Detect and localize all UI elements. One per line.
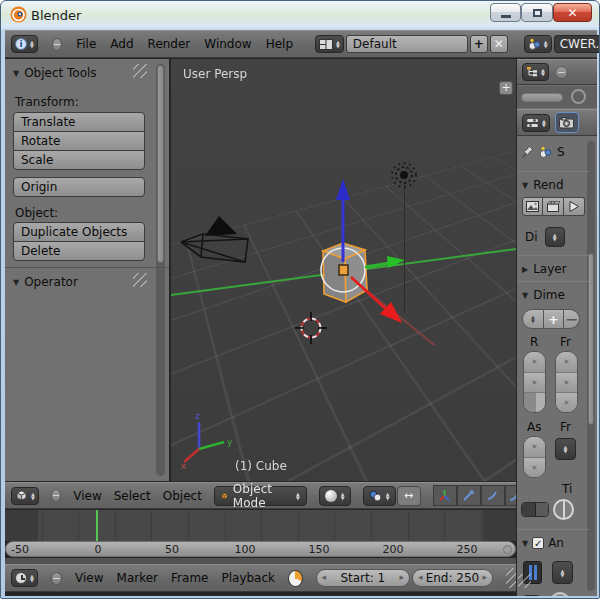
manipulator-extra-icon[interactable]	[505, 485, 516, 506]
menu-playback[interactable]: Playback	[221, 571, 275, 585]
time-remap-fields[interactable]	[521, 502, 549, 517]
delete-button[interactable]: Delete	[13, 241, 145, 261]
manipulator-rotate-icon[interactable]	[457, 485, 481, 506]
increment-icon[interactable]: ▸	[482, 572, 487, 582]
remove-preset-button[interactable]: −	[564, 309, 580, 329]
editor-type-properties-button[interactable]	[522, 114, 550, 132]
menu-view[interactable]: View	[75, 571, 103, 585]
timeline-ruler-scrollbar[interactable]: -50 0 50 100 150 200 250	[5, 541, 516, 557]
cursor-3d[interactable]	[295, 312, 327, 344]
scale-button[interactable]: Scale	[13, 150, 145, 170]
decrement-icon[interactable]: ◂	[322, 572, 327, 582]
menu-marker[interactable]: Marker	[117, 571, 158, 585]
origin-button[interactable]: Origin	[13, 177, 145, 197]
slider-cell[interactable]: ✕	[524, 437, 545, 457]
manipulator-scale-icon[interactable]	[481, 485, 505, 506]
editor-type-timeline-button[interactable]	[11, 569, 38, 587]
render-animation-button[interactable]	[543, 197, 564, 216]
collapse-menus-icon[interactable]: −	[51, 489, 61, 502]
editor-type-info-button[interactable]: i	[11, 35, 38, 53]
outliner-hscrollbar[interactable]	[521, 93, 563, 102]
slider-cell[interactable]: ✕	[524, 352, 545, 372]
editor-type-outliner-button[interactable]	[522, 63, 549, 81]
framerate-select[interactable]	[555, 438, 576, 460]
slider-cell[interactable]	[524, 392, 545, 412]
playhead[interactable]	[96, 510, 98, 541]
render-panel-header[interactable]: ▼ Rend	[522, 178, 564, 192]
slider-cell[interactable]: ✕	[556, 372, 577, 392]
menu-view[interactable]: View	[73, 489, 101, 503]
outliner-strip[interactable]	[517, 86, 597, 108]
viewport-3d[interactable]: z y x User Persp (1) Cube +	[171, 59, 516, 481]
slider-cell[interactable]: ✕	[524, 372, 545, 392]
layout-name-field[interactable]: Default	[346, 35, 468, 53]
aa-filter-select[interactable]	[552, 561, 573, 584]
properties-scrollbar[interactable]	[587, 141, 595, 591]
menu-render[interactable]: Render	[148, 37, 191, 51]
time-clock-icon[interactable]	[288, 570, 303, 587]
header-corner-grip[interactable]	[506, 568, 516, 588]
manipulator-toggle-icon[interactable]: ↔	[397, 486, 421, 506]
translate-button[interactable]: Translate	[13, 112, 145, 132]
mode-select[interactable]: Object Mode	[214, 486, 307, 506]
framerange-sliders[interactable]: ✕ ✕ ✕	[555, 351, 578, 413]
properties-scrollbar-thumb[interactable]	[588, 253, 594, 425]
restore-button[interactable]	[521, 3, 553, 22]
aa-size-knob[interactable]: ✕	[550, 592, 570, 596]
menu-object[interactable]: Object	[163, 489, 202, 503]
panel-drag-grip[interactable]	[133, 273, 147, 287]
display-select[interactable]	[545, 227, 565, 247]
play-button[interactable]	[564, 197, 585, 216]
camera-object[interactable]	[181, 216, 248, 262]
presets-select[interactable]	[522, 309, 544, 329]
expand-region-button[interactable]: +	[499, 81, 513, 95]
menu-select[interactable]: Select	[114, 489, 151, 503]
decrement-icon[interactable]: ◂	[418, 572, 423, 582]
slider-cell[interactable]: ✕	[556, 392, 577, 412]
pie-circle-widget[interactable]	[553, 499, 574, 520]
render-tab-button[interactable]	[555, 112, 579, 133]
end-frame-field[interactable]: ◂ End: 250 ▸	[412, 569, 493, 587]
antialiasing-checkbox[interactable]: ✓	[532, 537, 544, 549]
aspect-sliders[interactable]: ✕ ✕	[523, 436, 546, 478]
pivot-select[interactable]	[363, 486, 396, 506]
operator-panel-header[interactable]: ▼ Operator	[13, 275, 78, 289]
object-tools-panel-header[interactable]: ▼ Object Tools	[13, 66, 97, 80]
duplicate-objects-button[interactable]: Duplicate Objects	[13, 222, 145, 242]
dimensions-panel-header[interactable]: ▼ Dime	[522, 288, 565, 302]
delete-layout-button[interactable]: ✕	[490, 35, 508, 53]
manipulator-translate-icon[interactable]	[433, 485, 457, 506]
shading-select[interactable]	[319, 486, 351, 506]
collapse-menus-icon[interactable]: −	[555, 66, 568, 79]
menu-help[interactable]: Help	[266, 37, 293, 51]
layers-panel-header[interactable]: ▶ Layer	[522, 262, 567, 276]
start-frame-field[interactable]: ◂ Start: 1 ▸	[316, 569, 410, 587]
increment-icon[interactable]: ▸	[399, 572, 404, 582]
panel-corner-grip[interactable]	[518, 574, 531, 588]
slider-cell[interactable]: ✕	[524, 457, 545, 477]
render-image-button[interactable]	[522, 197, 543, 216]
scene-breadcrumb-icon[interactable]	[539, 146, 552, 158]
add-preset-button[interactable]: +	[544, 309, 564, 329]
resolution-sliders[interactable]: ✕ ✕	[523, 351, 546, 413]
scene-select-button[interactable]	[524, 35, 552, 53]
menu-add[interactable]: Add	[110, 37, 133, 51]
menu-window[interactable]: Window	[204, 37, 251, 51]
lamp-object[interactable]	[392, 163, 416, 187]
toolshelf-scrollbar-thumb[interactable]	[157, 65, 164, 263]
menu-file[interactable]: File	[76, 37, 96, 51]
slider-cell[interactable]: ✕	[556, 352, 577, 372]
close-button[interactable]: ✕	[553, 3, 592, 22]
pin-icon[interactable]	[522, 145, 534, 159]
collapse-menus-icon[interactable]: −	[52, 38, 62, 51]
antialiasing-panel-header[interactable]: ▼ ✓ An	[522, 536, 564, 550]
scene-name-field[interactable]: CWER.ws	[554, 35, 600, 53]
screen-layout-button[interactable]	[315, 35, 344, 53]
timeline-area[interactable]	[5, 510, 516, 541]
title-bar[interactable]: Blender ✕	[1, 1, 599, 29]
panel-drag-grip[interactable]	[133, 64, 147, 78]
toolshelf-scrollbar[interactable]	[156, 64, 165, 476]
menu-frame[interactable]: Frame	[171, 571, 208, 585]
collapse-menus-icon[interactable]: −	[51, 572, 62, 585]
rotate-button[interactable]: Rotate	[13, 131, 145, 151]
